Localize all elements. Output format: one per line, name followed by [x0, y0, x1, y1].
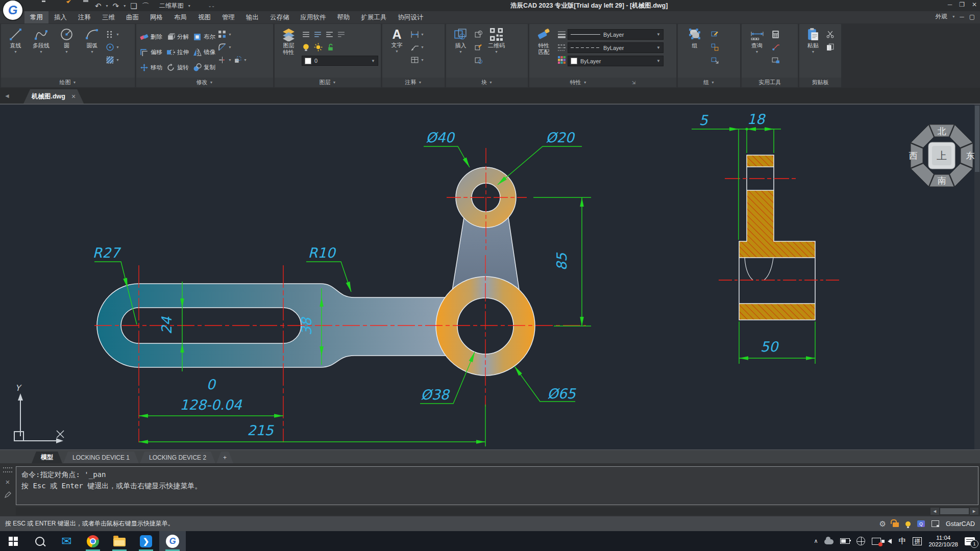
area-button[interactable]: [771, 56, 780, 64]
tab-surface[interactable]: 曲面: [120, 11, 144, 23]
maximize-button[interactable]: ❐: [959, 1, 965, 8]
compass-west[interactable]: 西: [909, 151, 918, 161]
screen-cast-icon[interactable]: [872, 538, 881, 545]
undo-dropdown-icon[interactable]: ▾: [106, 4, 108, 8]
tab-collaboration[interactable]: 协同设计: [393, 11, 429, 23]
explode-button[interactable]: 分解: [165, 29, 190, 44]
compass-north[interactable]: 北: [938, 126, 946, 136]
layer-unlock-icon[interactable]: [326, 43, 335, 52]
scrollbar-thumb[interactable]: [975, 106, 979, 172]
circle-button[interactable]: 圆▼: [55, 25, 79, 78]
drawing-vertical-scrollbar[interactable]: [974, 105, 980, 449]
create-block-button[interactable]: [474, 30, 483, 39]
dimension-button[interactable]: ▼: [410, 30, 424, 39]
document-tab-close-icon[interactable]: ×: [71, 92, 76, 101]
action-center-icon[interactable]: 1: [965, 537, 975, 545]
fillet-button[interactable]: ▼: [218, 43, 247, 52]
layout-tab-device2[interactable]: LOCKING DEVICE 2: [140, 452, 215, 463]
command-pencil-icon[interactable]: [5, 491, 11, 498]
tab-3d[interactable]: 三维: [96, 11, 120, 23]
unlock-icon[interactable]: [893, 522, 899, 527]
ungroup-button[interactable]: [710, 43, 719, 52]
appearance-dropdown-icon[interactable]: ▾: [952, 14, 954, 19]
command-drag-grip[interactable]: [3, 467, 12, 472]
layers-stack-icon[interactable]: ❏: [130, 2, 137, 10]
workspace-dropdown-icon[interactable]: ▾: [188, 4, 190, 8]
paste-button[interactable]: 粘贴▼: [802, 25, 824, 78]
command-close-icon[interactable]: ×: [6, 478, 10, 486]
headset-support-icon[interactable]: ⌒: [142, 2, 150, 10]
print-icon[interactable]: [82, 2, 90, 10]
save-icon[interactable]: [55, 2, 64, 10]
command-window[interactable]: 命令:指定对角点: '_pan 按 Esc 或 Enter 键退出，或单击右键显…: [16, 466, 978, 505]
panel-label-utilities[interactable]: 实用工具: [742, 78, 798, 87]
layer-lock-list-icon[interactable]: [325, 30, 334, 39]
copy-clip-button[interactable]: [826, 43, 835, 52]
lineweight-list-icon[interactable]: [557, 30, 566, 39]
trim-button[interactable]: ▼ ▼: [218, 56, 247, 64]
tab-apps[interactable]: 应用软件: [295, 11, 332, 23]
gstarcad-logo[interactable]: G: [3, 1, 22, 20]
line-button[interactable]: 直线▼: [4, 25, 28, 78]
text-button[interactable]: A 文字▼: [385, 25, 409, 78]
compass-east[interactable]: 东: [966, 151, 975, 161]
network-globe-icon[interactable]: [856, 537, 865, 545]
panel-label-properties[interactable]: 特性▼⇲: [529, 78, 676, 87]
view-compass[interactable]: 北 南 西 东 上: [909, 124, 975, 187]
tab-layout[interactable]: 布局: [168, 11, 192, 23]
match-properties-button[interactable]: 特性 匹配: [532, 25, 556, 78]
tab-home[interactable]: 常用: [24, 11, 48, 23]
doc-tab-back-icon[interactable]: ◄: [4, 92, 10, 99]
layer-on-bulb-icon[interactable]: [302, 43, 310, 52]
properties-expand-icon[interactable]: ⇲: [632, 80, 636, 85]
table-button[interactable]: ▼: [410, 56, 424, 64]
taskbar-clock[interactable]: 11:04 2022/10/28: [928, 535, 958, 548]
copy-button[interactable]: 复制: [192, 60, 216, 75]
new-file-icon[interactable]: [29, 2, 37, 10]
tab-manage[interactable]: 管理: [216, 11, 240, 23]
onedrive-icon[interactable]: [824, 539, 834, 544]
block-attribute-button[interactable]: [474, 56, 483, 64]
document-tab[interactable]: 机械图.dwg ×: [23, 89, 84, 104]
save-as-icon[interactable]: [68, 2, 77, 10]
panel-label-block[interactable]: 块▼: [446, 78, 528, 87]
boolean-button[interactable]: 布尔: [192, 29, 216, 44]
layer-select-dropdown[interactable]: 0 ▼: [302, 56, 378, 66]
tab-annotate[interactable]: 注释: [72, 11, 96, 23]
battery-icon[interactable]: [840, 538, 850, 544]
undo-icon[interactable]: ↶: [95, 2, 102, 10]
leader-button[interactable]: ▼: [410, 43, 424, 52]
workspace-selector[interactable]: 二维草图: [159, 2, 184, 10]
ime-language-indicator[interactable]: 中: [898, 536, 906, 546]
stretch-button[interactable]: 拉伸: [165, 44, 190, 60]
polyline-button[interactable]: 多段线▼: [29, 25, 53, 78]
front-view-part[interactable]: [97, 167, 535, 375]
point-id-button[interactable]: [771, 43, 780, 52]
layer-sun-icon[interactable]: [314, 43, 323, 52]
tab-output[interactable]: 输出: [240, 11, 264, 23]
arc-button[interactable]: 圆弧▼: [80, 25, 104, 78]
redo-dropdown-icon[interactable]: ▾: [124, 4, 126, 8]
taskbar-chrome-button[interactable]: [80, 531, 106, 551]
tab-view[interactable]: 视图: [192, 11, 216, 23]
hardware-bulb-icon[interactable]: [905, 521, 911, 527]
cut-button[interactable]: [826, 30, 835, 39]
revision-cloud-button[interactable]: ▼: [106, 43, 119, 52]
layer-freeze-icon[interactable]: [313, 30, 322, 39]
panel-label-layers[interactable]: 图层▼: [275, 78, 381, 87]
tab-mesh[interactable]: 网格: [144, 11, 168, 23]
mirror-button[interactable]: 镜像: [192, 44, 216, 60]
start-button[interactable]: [0, 531, 27, 551]
tab-insert[interactable]: 插入: [48, 11, 72, 23]
settings-gear-icon[interactable]: ⚙: [879, 519, 886, 529]
qrcode-button[interactable]: 二维码▼: [484, 25, 508, 78]
taskbar-mail-button[interactable]: ✉: [53, 531, 80, 551]
taskbar-search-button[interactable]: [27, 531, 53, 551]
tab-help[interactable]: 帮助: [332, 11, 356, 23]
fullscreen-icon[interactable]: [932, 520, 939, 527]
qat-overflow-icon[interactable]: ⌄⌄: [208, 4, 215, 8]
erase-button[interactable]: 删除: [139, 29, 163, 44]
compass-center[interactable]: 上: [937, 149, 947, 162]
move-button[interactable]: 移动: [139, 60, 163, 75]
group-select-button[interactable]: [710, 56, 719, 64]
